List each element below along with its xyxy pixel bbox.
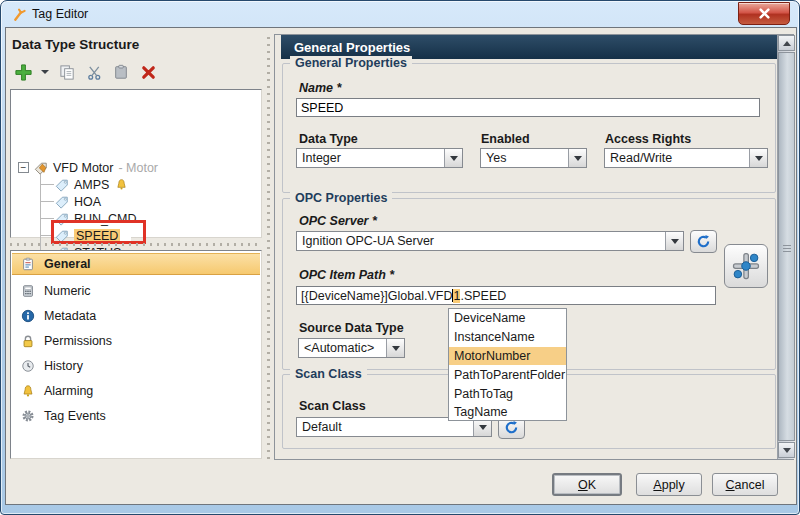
tree-root-label: VFD Motor xyxy=(53,161,113,175)
enabled-value: Yes xyxy=(481,149,568,167)
opc-item-path-selected-text: 1 xyxy=(453,289,460,303)
autocomplete-item-pathtotag[interactable]: PathToTag xyxy=(449,384,566,403)
paste-button[interactable] xyxy=(110,61,132,83)
category-label: Alarming xyxy=(44,384,93,398)
alarm-badge-icon xyxy=(115,178,128,191)
source-data-type-value: <Automatic> xyxy=(299,339,386,357)
ok-button[interactable]: OK xyxy=(552,473,622,496)
add-member-dropdown[interactable] xyxy=(39,61,51,83)
chevron-down-icon xyxy=(755,156,763,161)
scrollbar-up-button[interactable] xyxy=(778,35,795,51)
scrollbar-thumb[interactable] xyxy=(778,52,795,441)
data-type-combo-button[interactable] xyxy=(444,149,462,167)
category-tag-events[interactable]: Tag Events xyxy=(12,405,260,427)
scan-class-value: Default xyxy=(297,418,473,436)
scan-group-legend: Scan Class xyxy=(290,367,367,381)
cancel-button[interactable]: Cancel xyxy=(712,473,778,496)
autocomplete-item-tagname[interactable]: TagName xyxy=(449,403,566,422)
history-icon xyxy=(21,359,35,373)
vertical-splitter[interactable] xyxy=(265,36,271,459)
tree-collapse-toggle[interactable]: − xyxy=(18,162,29,173)
data-type-label: Data Type xyxy=(299,132,358,146)
chevron-down-icon xyxy=(450,156,458,161)
opc-server-label: OPC Server * xyxy=(299,214,377,228)
category-label: Tag Events xyxy=(44,409,106,423)
opc-server-value: Ignition OPC-UA Server xyxy=(297,232,665,250)
tree-item-label: AMPS xyxy=(74,178,109,192)
delete-button[interactable] xyxy=(137,61,159,83)
category-history[interactable]: History xyxy=(12,355,260,377)
paste-icon xyxy=(113,64,129,80)
refresh-icon xyxy=(696,234,711,249)
category-label: Numeric xyxy=(44,284,91,298)
cut-button[interactable] xyxy=(83,61,105,83)
tree-row-amps[interactable]: AMPS xyxy=(55,176,128,193)
source-data-type-combo-button[interactable] xyxy=(386,339,404,357)
tree-root-type-suffix: - Motor xyxy=(118,161,158,175)
enabled-combo[interactable]: Yes xyxy=(480,148,587,168)
insert-parameter-button[interactable] xyxy=(724,244,768,288)
scrollbar-grip xyxy=(783,243,791,252)
category-general[interactable]: General xyxy=(12,253,260,275)
tree-row-hoa[interactable]: HOA xyxy=(55,193,101,210)
data-type-combo[interactable]: Integer xyxy=(296,148,463,168)
opc-item-path-input[interactable]: [{DeviceName}]Global.VFD 1 .SPEED xyxy=(296,286,716,305)
opc-server-combo-button[interactable] xyxy=(665,232,683,250)
delete-icon xyxy=(140,64,157,81)
tree-row-root[interactable]: VFD Motor - Motor xyxy=(34,159,158,176)
access-rights-label: Access Rights xyxy=(605,132,691,146)
general-icon xyxy=(21,257,35,271)
chevron-up-icon xyxy=(783,41,791,46)
copy-button[interactable] xyxy=(56,61,78,83)
access-rights-combo[interactable]: Read/Write xyxy=(604,148,768,168)
opc-server-combo[interactable]: Ignition OPC-UA Server xyxy=(296,231,684,251)
tag-editor-app-icon xyxy=(12,7,27,22)
cut-icon xyxy=(86,64,103,81)
tree-item-label: HOA xyxy=(74,195,101,209)
structure-toolbar xyxy=(12,60,159,84)
udt-definition-icon xyxy=(34,161,48,175)
refresh-icon xyxy=(504,420,519,435)
category-permissions[interactable]: Permissions xyxy=(12,330,260,352)
autocomplete-item-pathtoparentfolder[interactable]: PathToParentFolder xyxy=(449,365,566,384)
autocomplete-item-instancename[interactable]: InstanceName xyxy=(449,328,566,347)
general-group-legend: General Properties xyxy=(290,56,412,70)
category-alarming[interactable]: Alarming xyxy=(12,380,260,402)
autocomplete-item-motornumber[interactable]: MotorNumber xyxy=(449,347,566,366)
add-dropdown-arrow-icon xyxy=(41,70,49,74)
name-label: Name * xyxy=(299,81,341,95)
scrollbar-down-button[interactable] xyxy=(778,442,795,458)
parameter-autocomplete-popup: DeviceName InstanceName MotorNumber Path… xyxy=(448,308,567,421)
source-data-type-label: Source Data Type xyxy=(299,321,404,335)
chevron-down-icon xyxy=(479,425,487,430)
source-data-type-combo[interactable]: <Automatic> xyxy=(298,338,405,358)
apply-button[interactable]: Apply xyxy=(636,473,702,496)
access-rights-value: Read/Write xyxy=(605,149,749,167)
add-icon xyxy=(14,63,33,82)
opc-group-legend: OPC Properties xyxy=(290,191,392,205)
copy-icon xyxy=(59,64,76,81)
autocomplete-item-devicename[interactable]: DeviceName xyxy=(449,309,566,328)
category-label: Metadata xyxy=(44,309,96,323)
refresh-opc-servers-button[interactable] xyxy=(690,230,717,253)
data-type-structure-tree: − VFD Motor - Motor AMPS xyxy=(10,89,262,238)
opc-item-path-suffix: .SPEED xyxy=(460,289,506,303)
general-properties-group: General Properties xyxy=(282,63,776,193)
close-button[interactable] xyxy=(738,2,790,25)
properties-header-title: General Properties xyxy=(294,40,410,55)
enabled-label: Enabled xyxy=(481,132,530,146)
horizontal-splitter[interactable] xyxy=(10,241,262,247)
enabled-combo-button[interactable] xyxy=(568,149,586,167)
add-member-button[interactable] xyxy=(12,61,34,83)
category-numeric[interactable]: Numeric xyxy=(12,280,260,302)
category-metadata[interactable]: Metadata xyxy=(12,305,260,327)
access-rights-combo-button[interactable] xyxy=(749,149,767,167)
tag-icon xyxy=(55,178,69,192)
opc-item-path-label: OPC Item Path * xyxy=(299,268,394,282)
category-list: General Numeric Metadata xyxy=(10,250,262,459)
opc-item-path-prefix: [{DeviceName}]Global.VFD xyxy=(301,289,452,303)
category-label: Permissions xyxy=(44,334,112,348)
numeric-icon xyxy=(21,284,35,298)
properties-scrollbar[interactable] xyxy=(777,35,794,459)
name-input[interactable] xyxy=(296,98,760,117)
